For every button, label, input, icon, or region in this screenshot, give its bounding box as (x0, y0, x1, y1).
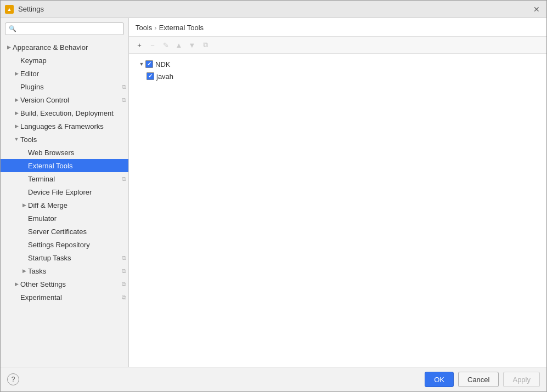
copy-icon: ⧉ (122, 96, 126, 104)
breadcrumb-current: External Tools (159, 24, 204, 32)
sidebar-item-experimental[interactable]: Experimental ⧉ (1, 291, 128, 304)
sidebar-item-editor[interactable]: ▶ Editor (1, 67, 128, 80)
breadcrumb-root: Tools (136, 24, 152, 32)
settings-dialog: ▲ Settings ✕ 🔍 ▶ Appearance & Behavior (0, 0, 547, 392)
title-bar: ▲ Settings ✕ (1, 1, 546, 18)
dialog-body: 🔍 ▶ Appearance & Behavior Keymap (1, 18, 546, 367)
chevron-right-icon: ▶ (13, 123, 20, 129)
copy-icon: ⧉ (122, 268, 126, 275)
sidebar-item-version-control[interactable]: ▶ Version Control ⧉ (1, 93, 128, 106)
sidebar-item-server-certificates[interactable]: Server Certificates (1, 225, 128, 238)
sidebar-item-external-tools[interactable]: External Tools (1, 159, 128, 172)
copy-icon: ⧉ (122, 294, 126, 301)
copy-icon: ⧉ (122, 281, 126, 288)
sidebar-item-emulator[interactable]: Emulator (1, 212, 128, 225)
content-toolbar: + − ✎ ▲ ▼ ⧉ (129, 37, 546, 54)
dialog-footer: ? OK Cancel Apply (1, 367, 546, 391)
search-icon: 🔍 (9, 25, 16, 32)
remove-button[interactable]: − (146, 39, 159, 51)
chevron-right-icon: ▶ (20, 202, 28, 208)
add-button[interactable]: + (133, 39, 145, 51)
ndk-item[interactable]: ▼ ✓ NDK (129, 58, 546, 70)
apply-button[interactable]: Apply (503, 372, 540, 387)
breadcrumb-separator: › (154, 24, 156, 32)
ok-button[interactable]: OK (425, 372, 454, 387)
sidebar-item-startup-tasks[interactable]: Startup Tasks ⧉ (1, 251, 128, 264)
edit-button[interactable]: ✎ (160, 39, 172, 51)
ndk-checkbox[interactable]: ✓ (145, 60, 153, 68)
content-area: Tools › External Tools + − ✎ ▲ ▼ ⧉ ▼ ✓ (129, 18, 546, 367)
chevron-right-icon: ▶ (20, 268, 28, 274)
sidebar-item-appearance-behavior[interactable]: ▶ Appearance & Behavior (1, 41, 128, 54)
chevron-right-icon: ▶ (13, 97, 20, 103)
chevron-down-icon: ▼ (138, 61, 145, 67)
sidebar-item-settings-repository[interactable]: Settings Repository (1, 238, 128, 251)
sidebar-item-web-browsers[interactable]: Web Browsers (1, 146, 128, 159)
close-button[interactable]: ✕ (531, 4, 542, 15)
chevron-right-icon: ▶ (13, 71, 20, 76)
search-box[interactable]: 🔍 (5, 22, 124, 35)
copy-icon: ⧉ (122, 254, 126, 262)
sidebar: 🔍 ▶ Appearance & Behavior Keymap (1, 18, 129, 367)
sidebar-item-keymap[interactable]: Keymap (1, 54, 128, 67)
chevron-right-icon: ▶ (13, 281, 20, 287)
sidebar-item-terminal[interactable]: Terminal ⧉ (1, 172, 128, 185)
sidebar-item-tasks[interactable]: ▶ Tasks ⧉ (1, 264, 128, 277)
app-icon: ▲ (5, 5, 14, 14)
javah-checkbox[interactable]: ✓ (146, 72, 154, 80)
copy-icon: ⧉ (122, 175, 126, 183)
move-up-button[interactable]: ▲ (173, 39, 185, 51)
move-down-button[interactable]: ▼ (186, 39, 198, 51)
help-button[interactable]: ? (7, 373, 19, 385)
dialog-title: Settings (18, 5, 527, 13)
sidebar-item-build-execution-deployment[interactable]: ▶ Build, Execution, Deployment (1, 106, 128, 120)
sidebar-tree: ▶ Appearance & Behavior Keymap ▶ Editor (1, 39, 128, 367)
breadcrumb: Tools › External Tools (129, 18, 546, 37)
sidebar-item-plugins[interactable]: Plugins ⧉ (1, 80, 128, 93)
sidebar-item-diff-merge[interactable]: ▶ Diff & Merge (1, 198, 128, 212)
sidebar-item-languages-frameworks[interactable]: ▶ Languages & Frameworks (1, 120, 128, 133)
sidebar-item-tools[interactable]: ▼ Tools (1, 133, 128, 146)
sidebar-item-device-file-explorer[interactable]: Device File Explorer (1, 185, 128, 198)
chevron-right-icon: ▶ (13, 110, 20, 116)
external-tools-tree: ▼ ✓ NDK ✓ javah (129, 54, 546, 367)
javah-item[interactable]: ✓ javah (129, 70, 546, 82)
copy-button[interactable]: ⧉ (199, 39, 211, 51)
chevron-down-icon: ▼ (13, 137, 20, 142)
search-input[interactable] (19, 25, 120, 33)
sidebar-item-other-settings[interactable]: ▶ Other Settings ⧉ (1, 277, 128, 291)
cancel-button[interactable]: Cancel (458, 372, 499, 387)
chevron-right-icon: ▶ (5, 44, 13, 50)
copy-icon: ⧉ (122, 83, 126, 90)
